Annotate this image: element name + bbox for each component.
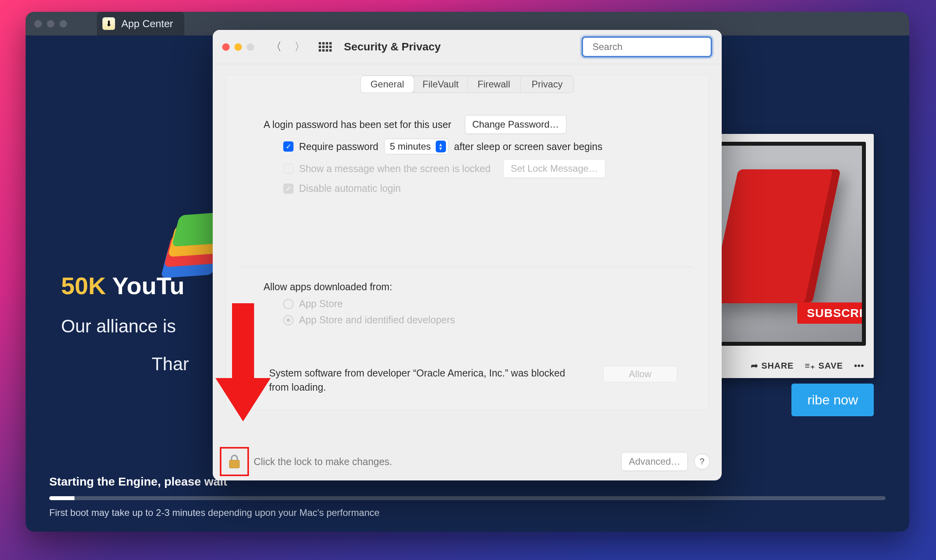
allow-apps-title: Allow apps downloaded from:	[264, 281, 665, 293]
lock-hint-text: Click the lock to make changes.	[254, 456, 392, 467]
prefs-search-input[interactable]	[592, 41, 711, 53]
help-icon: ?	[700, 456, 704, 467]
blocked-software-text: System software from developer “Oracle A…	[269, 366, 584, 395]
more-button[interactable]: •••	[854, 361, 864, 371]
tab-general[interactable]: General	[360, 76, 414, 93]
allow-apps-appstore-label: App Store	[299, 298, 343, 310]
tab-firewall[interactable]: Firewall	[467, 76, 520, 93]
allow-apps-appstore-radio	[283, 299, 293, 309]
subheading-2: Thar	[152, 353, 189, 375]
require-password-delay-select[interactable]: 5 minutes ▲▼	[384, 139, 449, 154]
section-divider	[241, 267, 693, 267]
prefs-tab-bar: General FileVault Firewall Privacy	[360, 76, 574, 93]
change-password-button[interactable]: Change Password…	[465, 115, 566, 134]
window-traffic-lights	[222, 43, 254, 51]
prefs-window-title: Security & Privacy	[344, 41, 441, 53]
traffic-dot-icon	[47, 20, 54, 28]
chevron-left-icon: 〈	[271, 39, 282, 54]
background-heading: 50K YouTu Our alliance is Thar	[61, 272, 189, 375]
minimize-window-icon[interactable]	[234, 43, 242, 51]
zoom-window-icon[interactable]	[247, 43, 254, 51]
prefs-inner-panel: General FileVault Firewall Privacy A log…	[225, 75, 709, 410]
blocked-software-row: System software from developer “Oracle A…	[226, 354, 709, 398]
subscribe-now-button[interactable]: ribe now	[791, 384, 874, 416]
prefs-footer: Click the lock to make changes. Advanced…	[213, 443, 722, 480]
playlist-add-icon: ≡₊	[805, 361, 815, 371]
traffic-dot-icon	[34, 20, 42, 28]
subscribe-badge: SUBSCRIBE	[797, 302, 866, 324]
system-preferences-window: 〈 〉 Security & Privacy General FileVault…	[213, 30, 722, 480]
engine-status-text: Starting the Engine, please wait	[49, 475, 227, 488]
heading-rest: YouTu	[106, 272, 185, 299]
big-k-graphic-icon	[710, 169, 841, 303]
stepper-arrows-icon: ▲▼	[436, 141, 446, 152]
boot-progress-bar	[49, 496, 886, 500]
app-center-tab-label: App Center	[121, 18, 173, 30]
background-tab[interactable]: ⬇︎ App Center	[97, 12, 184, 35]
require-password-label: Require password	[299, 141, 379, 152]
share-icon: ➦	[751, 361, 758, 371]
traffic-dot-icon	[59, 20, 67, 28]
boot-hint-text: First boot may take up to 2-3 minutes de…	[49, 507, 379, 518]
disable-auto-login-label: Disable automatic login	[299, 183, 401, 194]
login-password-section: A login password has been set for this u…	[226, 102, 709, 203]
require-password-checkbox[interactable]	[283, 141, 293, 152]
heading-gold: 50K	[61, 272, 106, 299]
more-icon: •••	[854, 361, 864, 371]
prefs-search-field[interactable]	[581, 36, 712, 57]
help-button[interactable]: ?	[694, 454, 710, 469]
advanced-button[interactable]: Advanced…	[621, 452, 688, 471]
tab-filevault[interactable]: FileVault	[414, 76, 467, 93]
background-traffic-lights	[34, 20, 67, 28]
close-window-icon[interactable]	[222, 43, 230, 51]
allow-apps-identified-label: App Store and identified developers	[299, 314, 455, 326]
save-label: SAVE	[819, 361, 843, 371]
show-all-button[interactable]	[317, 39, 333, 55]
show-lock-message-checkbox	[283, 163, 293, 174]
set-lock-message-button: Set Lock Message…	[503, 159, 605, 178]
require-password-after-text: after sleep or screen saver begins	[454, 141, 603, 152]
lock-outline-annotation	[220, 447, 249, 476]
back-button[interactable]: 〈	[268, 39, 284, 55]
subheading-1: Our alliance is	[61, 315, 189, 337]
allow-apps-section: Allow apps downloaded from: App Store Ap…	[226, 280, 709, 334]
share-button[interactable]: ➦ SHARE	[751, 361, 794, 371]
prefs-toolbar: 〈 〉 Security & Privacy	[213, 30, 722, 64]
tab-privacy[interactable]: Privacy	[520, 76, 574, 93]
lock-icon[interactable]	[226, 453, 243, 470]
allow-apps-identified-radio	[283, 315, 293, 325]
allow-button: Allow	[603, 366, 677, 382]
prefs-body: General FileVault Firewall Privacy A log…	[213, 64, 722, 443]
login-password-set-text: A login password has been set for this u…	[264, 119, 451, 130]
app-center-tab-icon: ⬇︎	[102, 17, 115, 30]
show-lock-message-label: Show a message when the screen is locked	[299, 163, 490, 174]
save-button[interactable]: ≡₊ SAVE	[805, 361, 843, 371]
disable-auto-login-checkbox	[283, 184, 293, 194]
chevron-right-icon: 〉	[294, 39, 305, 54]
require-password-delay-value: 5 minutes	[390, 141, 431, 152]
share-label: SHARE	[761, 361, 794, 371]
forward-button[interactable]: 〉	[292, 39, 308, 55]
